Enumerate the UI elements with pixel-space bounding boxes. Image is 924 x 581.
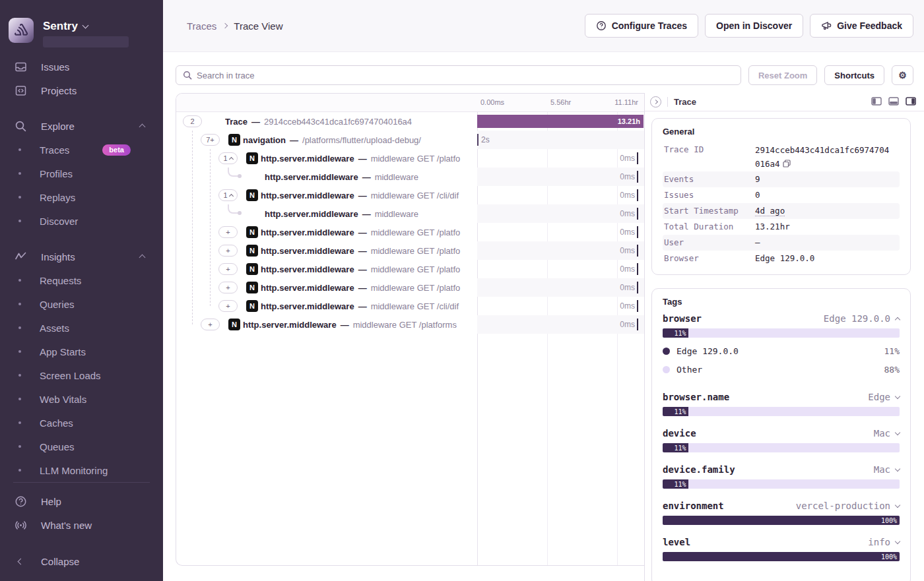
- org-switcher[interactable]: Sentry: [0, 14, 163, 55]
- span-description: middleware GET /platfo: [371, 246, 461, 256]
- tag-legend-row[interactable]: Other88%: [663, 365, 900, 375]
- tag-value-toggle[interactable]: info: [868, 537, 900, 547]
- sidebar-item-traces[interactable]: Tracesbeta: [0, 138, 163, 162]
- sidebar-item-profiles[interactable]: Profiles: [0, 162, 163, 185]
- sidebar-item-app-starts[interactable]: App Starts: [0, 340, 163, 363]
- span-row[interactable]: http.server.middleware—middleware0ms: [176, 204, 644, 223]
- span-bar[interactable]: [477, 134, 478, 146]
- breadcrumb-traces[interactable]: Traces: [187, 20, 216, 32]
- span-bar[interactable]: [637, 245, 638, 257]
- tag-distribution-bar[interactable]: 11%: [663, 328, 900, 338]
- shortcuts-button[interactable]: Shortcuts: [824, 65, 884, 85]
- span-bar[interactable]: [637, 226, 638, 238]
- tag-key[interactable]: device.family: [663, 464, 735, 475]
- span-rows: 2Trace—2914cceb443c41dca1fc6974704016a41…: [176, 112, 644, 334]
- projects-icon: [15, 84, 27, 97]
- brand-label: Sentry: [43, 20, 78, 33]
- sidebar-item-discover[interactable]: Discover: [0, 209, 163, 233]
- span-row[interactable]: +Nhttp.server.middleware—middleware GET …: [176, 260, 644, 278]
- span-row[interactable]: http.server.middleware—middleware0ms: [176, 168, 644, 186]
- sidebar-item-requests[interactable]: Requests: [0, 268, 163, 292]
- sidebar-item-queries[interactable]: Queries: [0, 292, 163, 316]
- reset-zoom-button[interactable]: Reset Zoom: [748, 65, 817, 85]
- span-expand-badge[interactable]: 1: [218, 189, 238, 201]
- tag-value-toggle[interactable]: Edge 129.0.0: [824, 313, 900, 324]
- span-row[interactable]: +Nhttp.server.middleware—middleware GET …: [176, 241, 644, 260]
- tag-distribution-bar[interactable]: 100%: [663, 516, 900, 525]
- span-row[interactable]: +Nhttp.server.middleware—middleware GET …: [176, 278, 644, 297]
- span-duration: 0ms: [620, 186, 635, 204]
- span-bar[interactable]: [637, 189, 638, 201]
- tag-key[interactable]: browser.name: [663, 392, 729, 402]
- sidebar-item-web-vitals[interactable]: Web Vitals: [0, 387, 163, 411]
- give-feedback-button[interactable]: Give Feedback: [810, 14, 913, 38]
- sidebar-item-llm-monitoring[interactable]: LLM Monitoring: [0, 458, 163, 482]
- tag-value-toggle[interactable]: Edge: [868, 392, 900, 402]
- sidebar-item-help[interactable]: Help: [0, 489, 163, 513]
- tag-key[interactable]: device: [663, 428, 696, 439]
- tick-label-0: 0.00ms: [480, 98, 504, 106]
- span-row[interactable]: 1Nhttp.server.middleware—middleware GET …: [176, 186, 644, 204]
- span-expand-badge[interactable]: +: [218, 263, 238, 275]
- tag-key[interactable]: environment: [663, 501, 724, 511]
- settings-gear-button[interactable]: ⚙: [892, 65, 913, 85]
- span-tree-cell: +Nhttp.server.middleware—middleware GET …: [176, 223, 477, 241]
- tag-value-toggle[interactable]: vercel-production: [796, 501, 900, 511]
- question-circle-icon: [596, 20, 607, 31]
- tag-distribution-bar[interactable]: 100%: [663, 552, 900, 561]
- collapse-panel-button[interactable]: [650, 96, 661, 107]
- general-value[interactable]: 4d ago: [755, 203, 785, 219]
- configure-traces-button[interactable]: Configure Traces: [585, 14, 698, 38]
- dock-bottom-icon[interactable]: [888, 96, 899, 108]
- span-bar[interactable]: [637, 171, 638, 183]
- span-expand-badge[interactable]: 1: [218, 152, 238, 164]
- sidebar-item-screen-loads[interactable]: Screen Loads: [0, 363, 163, 387]
- tag-key[interactable]: browser: [663, 313, 702, 324]
- tag-key[interactable]: level: [663, 537, 690, 547]
- sidebar-item-assets[interactable]: Assets: [0, 316, 163, 340]
- sidebar-item-caches[interactable]: Caches: [0, 411, 163, 435]
- sidebar-item-replays[interactable]: Replays: [0, 185, 163, 209]
- sidebar-item-issues[interactable]: Issues: [0, 55, 163, 78]
- span-row[interactable]: 2Trace—2914cceb443c41dca1fc6974704016a41…: [176, 112, 644, 131]
- tag-legend-row[interactable]: Edge 129.0.011%: [663, 346, 900, 356]
- span-row[interactable]: +Nhttp.server.middleware—middleware GET …: [176, 315, 644, 334]
- span-op: http.server.middleware: [261, 246, 354, 256]
- span-bar[interactable]: [637, 152, 638, 164]
- sidebar-item-explore[interactable]: Explore: [0, 114, 163, 138]
- dock-left-icon[interactable]: [871, 96, 882, 108]
- tag-distribution-bar[interactable]: 11%: [663, 443, 900, 452]
- tag-value-toggle[interactable]: Mac: [874, 428, 900, 439]
- span-expand-badge[interactable]: 7+: [201, 134, 220, 146]
- span-row[interactable]: 7+Nnavigation—/platforms/flutter/upload-…: [176, 131, 644, 149]
- span-row[interactable]: 1Nhttp.server.middleware—middleware GET …: [176, 149, 644, 168]
- span-bar[interactable]: [637, 319, 638, 330]
- sidebar-item-what-s-new[interactable]: What's new: [0, 513, 163, 537]
- tag-distribution-bar[interactable]: 11%: [663, 407, 900, 416]
- sidebar-collapse-button[interactable]: Collapse: [0, 549, 163, 573]
- sidebar-item-projects[interactable]: Projects: [0, 78, 163, 102]
- span-expand-badge[interactable]: +: [218, 300, 238, 312]
- span-bar[interactable]: [637, 300, 638, 312]
- dock-right-icon[interactable]: [906, 96, 916, 108]
- span-bar[interactable]: [637, 282, 638, 293]
- copy-icon[interactable]: [783, 158, 791, 171]
- tag-distribution-bar[interactable]: 11%: [663, 479, 900, 489]
- tag-value-toggle[interactable]: Mac: [874, 464, 900, 475]
- span-expand-badge[interactable]: +: [201, 319, 220, 330]
- span-expand-badge[interactable]: +: [218, 282, 238, 293]
- search-input[interactable]: [197, 71, 734, 80]
- span-bar[interactable]: [637, 263, 638, 275]
- span-expand-badge[interactable]: +: [218, 226, 238, 238]
- sidebar-item-insights[interactable]: Insights: [0, 245, 163, 268]
- span-expand-badge[interactable]: 2: [183, 115, 202, 127]
- span-label: Trace—2914cceb443c41dca1fc6974704016a4: [225, 112, 477, 131]
- trace-duration-bar[interactable]: 13.21h: [477, 115, 644, 128]
- span-bar[interactable]: [637, 208, 638, 220]
- span-row[interactable]: +Nhttp.server.middleware—middleware GET …: [176, 223, 644, 241]
- span-expand-badge[interactable]: +: [218, 245, 238, 257]
- sidebar-item-queues[interactable]: Queues: [0, 435, 163, 458]
- span-row[interactable]: +Nhttp.server.middleware—middleware GET …: [176, 297, 644, 315]
- open-in-discover-button[interactable]: Open in Discover: [705, 14, 803, 38]
- collapse-label: Collapse: [41, 556, 79, 567]
